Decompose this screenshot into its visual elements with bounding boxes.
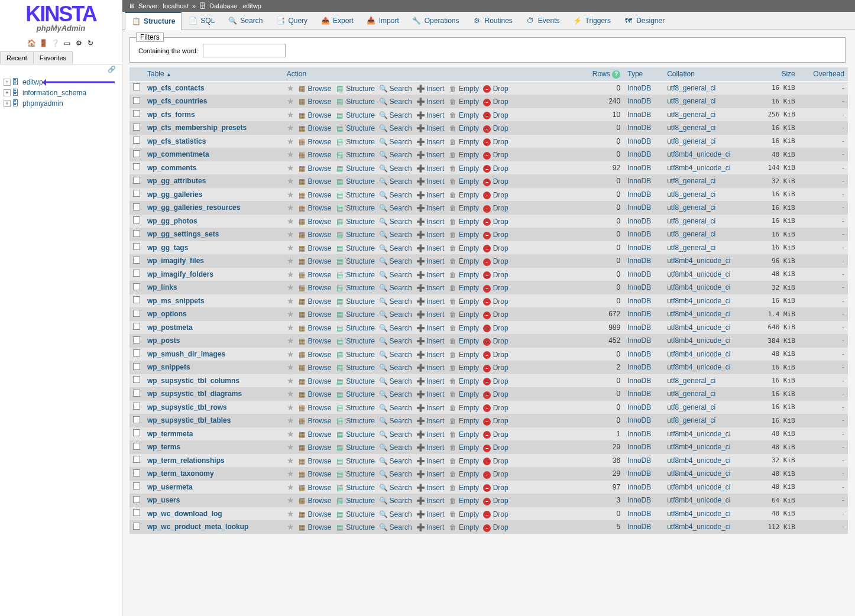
favorite-icon[interactable]: ★ <box>287 96 294 106</box>
action-drop[interactable]: – Drop <box>483 257 508 265</box>
action-insert[interactable]: ➕ Insert <box>416 257 444 265</box>
favorite-icon[interactable]: ★ <box>287 163 294 173</box>
table-link[interactable]: wp_gg_galleries <box>147 190 202 199</box>
action-structure[interactable]: ▤ Structure <box>336 510 375 518</box>
action-insert[interactable]: ➕ Insert <box>416 218 444 226</box>
action-empty[interactable]: 🗑 Empty <box>449 164 479 173</box>
action-browse[interactable]: ▦ Browse <box>297 351 331 359</box>
action-browse[interactable]: ▦ Browse <box>297 390 331 398</box>
action-browse[interactable]: ▦ Browse <box>297 510 331 518</box>
row-checkbox[interactable] <box>133 416 140 423</box>
row-checkbox[interactable] <box>133 482 140 489</box>
action-browse[interactable]: ▦ Browse <box>297 218 331 226</box>
row-checkbox[interactable] <box>133 509 140 516</box>
action-drop[interactable]: – Drop <box>483 430 508 439</box>
action-drop[interactable]: – Drop <box>483 164 508 173</box>
tab-routines[interactable]: ⚙Routines <box>465 12 519 30</box>
action-browse[interactable]: ▦ Browse <box>297 470 331 478</box>
action-structure[interactable]: ▤ Structure <box>336 470 375 478</box>
action-browse[interactable]: ▦ Browse <box>297 337 331 345</box>
table-link[interactable]: wp_ms_snippets <box>147 297 205 305</box>
col-table[interactable]: Table ▲ <box>144 67 283 81</box>
favorite-icon[interactable]: ★ <box>287 150 294 159</box>
action-structure[interactable]: ▤ Structure <box>336 390 375 398</box>
favorite-icon[interactable]: ★ <box>287 456 294 465</box>
row-checkbox[interactable] <box>133 243 140 250</box>
action-search[interactable]: 🔍 Search <box>379 470 412 478</box>
action-insert[interactable]: ➕ Insert <box>416 138 444 146</box>
action-structure[interactable]: ▤ Structure <box>336 271 375 279</box>
favorite-icon[interactable]: ★ <box>287 270 294 279</box>
table-link[interactable]: wp_gg_attributes <box>147 177 206 185</box>
favorite-icon[interactable]: ★ <box>287 376 294 385</box>
action-structure[interactable]: ▤ Structure <box>336 164 375 173</box>
action-insert[interactable]: ➕ Insert <box>416 271 444 279</box>
table-link[interactable]: wp_smush_dir_images <box>147 350 225 358</box>
action-empty[interactable]: 🗑 Empty <box>449 271 479 279</box>
row-checkbox[interactable] <box>133 97 140 104</box>
action-search[interactable]: 🔍 Search <box>379 324 412 332</box>
action-insert[interactable]: ➕ Insert <box>416 510 444 518</box>
action-empty[interactable]: 🗑 Empty <box>449 231 479 239</box>
favorite-icon[interactable]: ★ <box>287 229 294 239</box>
action-empty[interactable]: 🗑 Empty <box>449 124 479 132</box>
action-browse[interactable]: ▦ Browse <box>297 231 331 239</box>
tab-favorites[interactable]: Favorites <box>33 51 73 64</box>
tab-import[interactable]: 📥Import <box>360 12 406 30</box>
table-link[interactable]: wp_cfs_membership_presets <box>147 124 247 132</box>
col-size[interactable]: Size <box>754 67 799 81</box>
action-browse[interactable]: ▦ Browse <box>297 257 331 265</box>
favorite-icon[interactable]: ★ <box>287 522 294 531</box>
action-browse[interactable]: ▦ Browse <box>297 417 331 425</box>
action-structure[interactable]: ▤ Structure <box>336 297 375 306</box>
favorite-icon[interactable]: ★ <box>287 256 294 265</box>
action-drop[interactable]: – Drop <box>483 364 508 372</box>
table-link[interactable]: wp_cfs_statistics <box>147 137 206 145</box>
action-drop[interactable]: – Drop <box>483 523 508 531</box>
row-checkbox[interactable] <box>133 323 140 330</box>
action-drop[interactable]: – Drop <box>483 510 508 518</box>
row-checkbox[interactable] <box>133 150 140 157</box>
favorite-icon[interactable]: ★ <box>287 123 294 132</box>
action-browse[interactable]: ▦ Browse <box>297 443 331 452</box>
row-checkbox[interactable] <box>133 283 140 290</box>
action-structure[interactable]: ▤ Structure <box>336 364 375 372</box>
action-insert[interactable]: ➕ Insert <box>416 377 444 385</box>
tab-sql[interactable]: 📄SQL <box>182 12 221 30</box>
row-checkbox[interactable] <box>133 429 140 436</box>
action-search[interactable]: 🔍 Search <box>379 457 412 465</box>
action-browse[interactable]: ▦ Browse <box>297 310 331 319</box>
action-drop[interactable]: – Drop <box>483 497 508 505</box>
action-structure[interactable]: ▤ Structure <box>336 138 375 146</box>
action-drop[interactable]: – Drop <box>483 284 508 292</box>
action-empty[interactable]: 🗑 Empty <box>449 177 479 186</box>
table-link[interactable]: wp_term_taxonomy <box>147 469 214 478</box>
table-link[interactable]: wp_gg_photos <box>147 217 197 225</box>
table-link[interactable]: wp_usermeta <box>147 483 193 491</box>
favorite-icon[interactable]: ★ <box>287 362 294 372</box>
action-insert[interactable]: ➕ Insert <box>416 177 444 186</box>
help-icon[interactable]: ❔ <box>50 38 60 48</box>
favorite-icon[interactable]: ★ <box>287 190 294 199</box>
action-insert[interactable]: ➕ Insert <box>416 484 444 492</box>
col-overhead[interactable]: Overhead <box>799 67 848 81</box>
favorite-icon[interactable]: ★ <box>287 283 294 292</box>
table-link[interactable]: wp_termmeta <box>147 430 193 438</box>
favorite-icon[interactable]: ★ <box>287 203 294 212</box>
action-insert[interactable]: ➕ Insert <box>416 523 444 531</box>
action-empty[interactable]: 🗑 Empty <box>449 497 479 505</box>
favorite-icon[interactable]: ★ <box>287 509 294 518</box>
row-checkbox[interactable] <box>133 523 140 530</box>
row-checkbox[interactable] <box>133 137 140 144</box>
action-drop[interactable]: – Drop <box>483 138 508 146</box>
action-browse[interactable]: ▦ Browse <box>297 271 331 279</box>
tab-export[interactable]: 📤Export <box>314 12 360 30</box>
table-link[interactable]: wp_terms <box>147 443 180 451</box>
action-drop[interactable]: – Drop <box>483 390 508 398</box>
row-checkbox[interactable] <box>133 163 140 170</box>
action-empty[interactable]: 🗑 Empty <box>449 417 479 425</box>
action-search[interactable]: 🔍 Search <box>379 351 412 359</box>
favorite-icon[interactable]: ★ <box>287 336 294 345</box>
action-empty[interactable]: 🗑 Empty <box>449 324 479 332</box>
action-empty[interactable]: 🗑 Empty <box>449 337 479 345</box>
